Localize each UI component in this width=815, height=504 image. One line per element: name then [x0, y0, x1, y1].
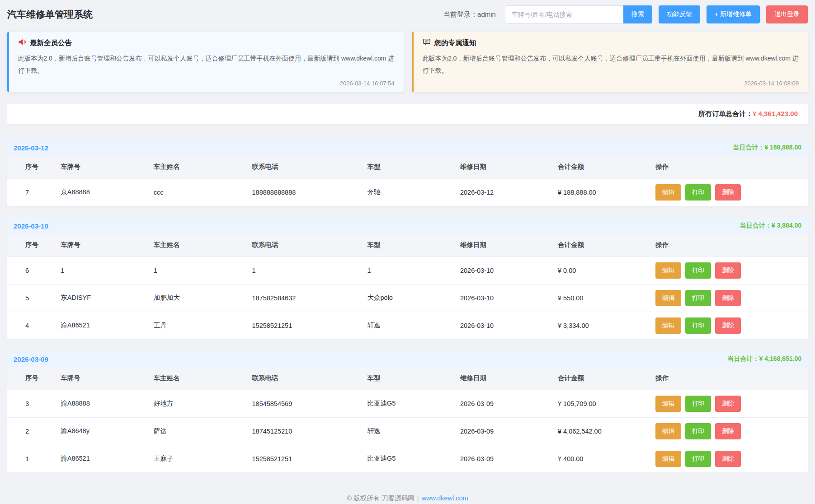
- edit-button[interactable]: 编辑: [655, 290, 681, 306]
- car-model: 轩逸: [362, 312, 455, 339]
- column-header: 合计金额: [552, 367, 650, 390]
- day-total-amount: ¥ 4,168,651.00: [759, 355, 801, 362]
- order-amount: ¥ 0.00: [552, 257, 650, 284]
- personal-notice-title-row: 您的专属通知: [423, 38, 799, 48]
- day-header: 2026-03-10当日合计：¥ 3,884.00: [7, 218, 808, 234]
- day-total-amount: ¥ 3,884.00: [772, 222, 801, 229]
- delete-button[interactable]: 删除: [715, 396, 741, 412]
- row-actions: 编辑打印删除: [650, 445, 808, 472]
- day-total-label: 当日合计：: [728, 355, 759, 362]
- day-date: 2026-03-09: [14, 355, 48, 363]
- current-login-label: 当前登录：: [443, 10, 477, 18]
- current-user: admin: [477, 10, 496, 18]
- edit-button[interactable]: 编辑: [655, 451, 681, 467]
- owner-name: 萨达: [148, 417, 247, 445]
- search-input[interactable]: [505, 5, 623, 23]
- owner-name: ccc: [148, 178, 247, 206]
- edit-button[interactable]: 编辑: [655, 396, 681, 412]
- logout-button[interactable]: 退出登录: [766, 5, 808, 23]
- column-header: 车主姓名: [148, 367, 247, 390]
- repair-date: 2026-03-12: [455, 178, 552, 206]
- delete-button[interactable]: 删除: [715, 451, 741, 467]
- delete-button[interactable]: 删除: [715, 290, 741, 306]
- topbar: 汽车维修单管理系统 当前登录：admin 搜索 功能反馈 + 新增维修单 退出登…: [0, 0, 815, 29]
- row-actions: 编辑打印删除: [650, 178, 808, 206]
- print-button[interactable]: 打印: [685, 451, 711, 467]
- column-header: 序号: [7, 156, 55, 178]
- order-day-section: 2026-03-09当日合计：¥ 4,168,651.00序号车牌号车主姓名联系…: [7, 351, 808, 472]
- print-button[interactable]: 打印: [685, 290, 711, 306]
- owner-name: 加肥加大: [148, 284, 247, 312]
- footer: © 版权所有 刀客源码网|www.dkewl.com: [0, 484, 815, 504]
- plate-number: 1: [55, 257, 148, 284]
- column-header: 序号: [7, 367, 55, 390]
- owner-name: 王丹: [148, 312, 247, 339]
- delete-button[interactable]: 删除: [715, 184, 741, 201]
- print-button[interactable]: 打印: [685, 317, 711, 334]
- orders-table-card: 序号车牌号车主姓名联系电话车型维修日期合计金额操作7京A88888ccc1888…: [7, 156, 808, 206]
- phone-number: 18545854569: [247, 390, 362, 417]
- page-title: 汽车维修单管理系统: [7, 8, 93, 21]
- phone-number: 187582584632: [247, 284, 362, 312]
- print-button[interactable]: 打印: [685, 396, 711, 412]
- day-header: 2026-03-12当日合计：¥ 188,888.00: [7, 140, 808, 156]
- day-total-label: 当日合计：: [733, 144, 764, 151]
- column-header: 车型: [362, 234, 455, 257]
- footer-separator: |: [417, 495, 419, 502]
- delete-button[interactable]: 删除: [715, 317, 741, 334]
- column-header: 车牌号: [55, 156, 148, 178]
- grand-total-label: 所有订单总合计：: [698, 110, 753, 117]
- speech-bubble-icon: [423, 38, 431, 48]
- column-header: 序号: [7, 234, 55, 257]
- personal-notice-timestamp: 2026-03-14 16:08:09: [423, 80, 799, 89]
- column-header: 车牌号: [55, 367, 148, 390]
- column-header: 车型: [362, 156, 455, 178]
- column-header: 维修日期: [455, 234, 552, 257]
- orders-table: 序号车牌号车主姓名联系电话车型维修日期合计金额操作3渝A88888好地方1854…: [7, 367, 808, 472]
- day-date: 2026-03-10: [14, 222, 48, 230]
- table-row: 4渝A86521王丹15258521251轩逸2026-03-10¥ 3,334…: [7, 312, 808, 339]
- edit-button[interactable]: 编辑: [655, 262, 681, 279]
- print-button[interactable]: 打印: [685, 423, 711, 439]
- add-order-button[interactable]: + 新增维修单: [707, 5, 760, 23]
- print-button[interactable]: 打印: [685, 184, 711, 201]
- table-header-row: 序号车牌号车主姓名联系电话车型维修日期合计金额操作: [7, 367, 808, 390]
- day-date: 2026-03-12: [14, 144, 48, 152]
- current-login: 当前登录：admin: [443, 10, 496, 19]
- edit-button[interactable]: 编辑: [655, 423, 681, 439]
- phone-number: 15258521251: [247, 445, 362, 472]
- table-row: 3渝A88888好地方18545854569比亚迪G52026-03-09¥ 1…: [7, 390, 808, 417]
- row-actions: 编辑打印删除: [650, 312, 808, 339]
- search-group: 搜索: [505, 5, 652, 23]
- row-actions: 编辑打印删除: [650, 257, 808, 284]
- phone-number: 18745125210: [247, 417, 362, 445]
- order-seq: 6: [7, 257, 55, 284]
- edit-button[interactable]: 编辑: [655, 184, 681, 201]
- announcement-title-row: 最新全员公告: [18, 38, 395, 48]
- owner-name: 好地方: [148, 390, 247, 417]
- repair-date: 2026-03-09: [455, 390, 552, 417]
- column-header: 联系电话: [247, 367, 362, 390]
- column-header: 操作: [650, 156, 808, 178]
- car-model: 大众polo: [362, 284, 455, 312]
- row-actions: 编辑打印删除: [650, 284, 808, 312]
- repair-date: 2026-03-09: [455, 445, 552, 472]
- order-amount: ¥ 550.00: [552, 284, 650, 312]
- feedback-button[interactable]: 功能反馈: [659, 5, 700, 23]
- delete-button[interactable]: 删除: [715, 423, 741, 439]
- search-button[interactable]: 搜索: [623, 5, 652, 23]
- column-header: 维修日期: [455, 367, 552, 390]
- day-total: 当日合计：¥ 188,888.00: [733, 144, 801, 152]
- order-seq: 4: [7, 312, 55, 339]
- owner-name: 1: [148, 257, 247, 284]
- plate-number: 东ADISYF: [55, 284, 148, 312]
- announcement-timestamp: 2026-03-14 16:07:54: [18, 80, 395, 89]
- footer-link[interactable]: www.dkewl.com: [421, 495, 468, 502]
- delete-button[interactable]: 删除: [715, 262, 741, 279]
- print-button[interactable]: 打印: [685, 262, 711, 279]
- edit-button[interactable]: 编辑: [655, 317, 681, 334]
- phone-number: 15258521251: [247, 312, 362, 339]
- grand-total-bar: 所有订单总合计：¥ 4,361,423.00: [7, 104, 808, 124]
- plate-number: 渝A86521: [55, 445, 148, 472]
- table-header-row: 序号车牌号车主姓名联系电话车型维修日期合计金额操作: [7, 156, 808, 178]
